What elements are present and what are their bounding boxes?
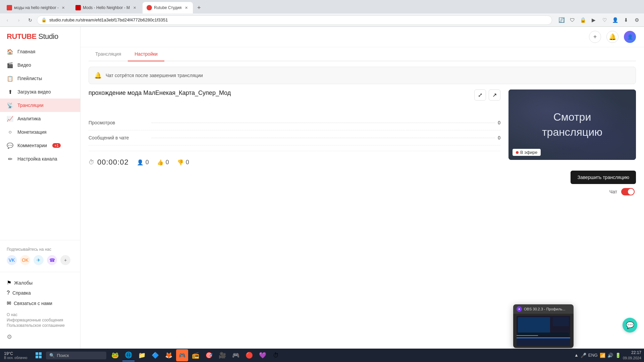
- obs-popup[interactable]: ● OBS 30.2.3 - Профиль...: [513, 304, 574, 348]
- viewers-icon: 👤: [137, 159, 144, 166]
- extension-btn-8[interactable]: ⚙: [632, 15, 641, 25]
- stream-tab-1[interactable]: Трансляция: [89, 47, 128, 61]
- external-link-button[interactable]: ↗: [489, 89, 500, 101]
- social-add[interactable]: +: [60, 255, 70, 265]
- timer-icon: ⏱: [89, 159, 95, 166]
- sidebar-item-playlists[interactable]: 📋 Плейлисты: [0, 72, 80, 85]
- info-messages-link[interactable]: Информационные сообщения: [7, 318, 73, 322]
- help-link[interactable]: ? Справка: [7, 288, 73, 298]
- sidebar-item-upload[interactable]: ⬆ Загрузка видео: [0, 85, 80, 99]
- extension-btn-3[interactable]: 🔒: [578, 15, 588, 25]
- extension-btn-2[interactable]: 🛡: [568, 15, 577, 25]
- lang-indicator[interactable]: ENG: [588, 353, 598, 358]
- sidebar-item-monetize[interactable]: ○ Монетизация: [0, 125, 80, 139]
- extension-btn-5[interactable]: ♡: [600, 15, 609, 25]
- weather-widget[interactable]: 19°C В осн. облачно: [0, 351, 31, 360]
- notifications-button[interactable]: 🔔: [606, 31, 619, 43]
- user-avatar[interactable]: 👤: [624, 31, 636, 43]
- social-vk[interactable]: VK: [7, 255, 17, 265]
- taskbar-app-firefox[interactable]: 🦊: [163, 349, 175, 361]
- obs-title: OBS 30.2.3 - Профиль...: [524, 307, 570, 311]
- end-stream-button[interactable]: Завершить трансляцию: [571, 171, 636, 184]
- dislikes-stat: 👎 0: [177, 159, 189, 166]
- search-text: Поиск: [57, 353, 69, 358]
- chat-section: Чат: [508, 188, 636, 195]
- add-content-button[interactable]: +: [589, 31, 601, 43]
- social-viber[interactable]: ☎: [47, 255, 57, 265]
- stream-tab-2[interactable]: Настройки: [128, 47, 164, 61]
- taskbar-app-zello[interactable]: 📻: [190, 349, 202, 361]
- contact-link[interactable]: ✉ Связаться с нами: [7, 298, 73, 308]
- taskbar-app-obs[interactable]: 🎥: [216, 349, 228, 361]
- complaints-link[interactable]: ⚑ Жалобы: [7, 278, 73, 288]
- tab2-close[interactable]: ✕: [132, 5, 137, 10]
- svg-rect-3: [39, 356, 42, 358]
- support-bubble[interactable]: 💬: [623, 318, 637, 333]
- sidebar-item-home[interactable]: 🏠 Главная: [0, 45, 80, 58]
- taskbar-app-steam[interactable]: 🎮: [230, 349, 242, 361]
- battery-icon[interactable]: 🔋: [615, 353, 621, 358]
- browser-tab-2[interactable]: Mods - Hello Neighbor - M ✕: [71, 2, 141, 13]
- taskbar-app-rutube[interactable]: 🔴: [243, 349, 255, 361]
- sidebar-item-video[interactable]: 🎬 Видео: [0, 58, 80, 72]
- address-bar[interactable]: 🔒 studio.rutube.ru/stream/efd1a3ebf17bd2…: [37, 15, 552, 25]
- obs-bottom-bar: [517, 338, 570, 346]
- sidebar-item-streams[interactable]: 📡 Трансляции: [0, 99, 80, 112]
- taskbar-search[interactable]: 🔍 Поиск: [46, 352, 106, 359]
- share-button[interactable]: ⤢: [474, 89, 486, 101]
- taskbar-app-app3[interactable]: 🎯: [203, 349, 215, 361]
- tab1-close[interactable]: ✕: [61, 5, 66, 10]
- sidebar-label-video: Видео: [17, 62, 31, 68]
- help-label: Справка: [12, 290, 31, 296]
- gear-icon[interactable]: ⚙: [7, 334, 12, 340]
- back-button[interactable]: ‹: [3, 15, 12, 25]
- extension-btn-7[interactable]: ⬇: [621, 15, 631, 25]
- analytics-icon: 📈: [7, 115, 13, 122]
- sidebar-item-channel-settings[interactable]: ✏ Настройка канала: [0, 152, 80, 166]
- taskbar-app-game[interactable]: 🐸: [109, 349, 121, 361]
- taskbar-app-discord[interactable]: 💜: [257, 349, 269, 361]
- forward-button[interactable]: ›: [14, 15, 23, 25]
- social-telegram[interactable]: ✈: [34, 255, 44, 265]
- extension-btn-1[interactable]: 🔄: [557, 15, 566, 25]
- stream-main: прохождение мода МалЕнекая_Карта_Супер_М…: [89, 89, 636, 195]
- tab3-close[interactable]: ✕: [183, 5, 189, 10]
- browser-tab-3[interactable]: Rutube Студия ✕: [143, 2, 193, 13]
- about-link[interactable]: О нас: [7, 312, 73, 317]
- browser-actions: 🔄 🛡 🔒 ▶ ♡ 👤 ⬇ ⚙: [557, 15, 641, 25]
- new-tab-button[interactable]: +: [194, 3, 204, 12]
- search-icon: 🔍: [49, 353, 55, 358]
- taskbar-app-edge[interactable]: 🔷: [149, 349, 161, 361]
- stream-content: Трансляция Настройки 🔔 Чат сотрётся посл…: [80, 47, 644, 203]
- taskbar-app-files[interactable]: 📁: [136, 349, 148, 361]
- clock-widget[interactable]: 22:17 09.09.2024: [623, 350, 641, 360]
- tray-up-arrow[interactable]: ▲: [574, 353, 579, 358]
- start-button[interactable]: [31, 349, 46, 362]
- tos-link[interactable]: Пользовательское соглашение: [7, 323, 73, 328]
- alert-bell-icon: 🔔: [94, 72, 102, 79]
- site-header: + 🔔 👤: [80, 27, 644, 47]
- taskbar-app-game2[interactable]: 🎮: [176, 349, 188, 361]
- chat-toggle[interactable]: [621, 188, 635, 195]
- extension-btn-6[interactable]: 👤: [610, 15, 620, 25]
- sidebar-item-analytics[interactable]: 📈 Аналитика: [0, 112, 80, 125]
- taskbar-app-browser[interactable]: 🌐: [122, 349, 135, 361]
- sidebar-item-comments[interactable]: 💬 Комментарии +1: [0, 139, 80, 152]
- sidebar-label-channel-settings: Настройка канала: [17, 156, 57, 162]
- taskbar-app-clock[interactable]: ⏱: [270, 349, 282, 361]
- views-label: Просмотров: [89, 120, 149, 125]
- preview-text-container: Смотри трансляцию: [542, 110, 602, 140]
- live-badge: В эфире: [513, 149, 541, 156]
- wifi-icon[interactable]: 📶: [600, 353, 605, 358]
- mic-icon[interactable]: 🎤: [581, 353, 586, 358]
- sidebar-divider-2: [0, 272, 80, 272]
- streams-icon: 📡: [7, 102, 13, 109]
- weather-label: В осн. облачно: [4, 356, 27, 360]
- social-ok[interactable]: OK: [20, 255, 30, 265]
- reload-button[interactable]: ↻: [25, 15, 35, 25]
- windows-icon: [36, 352, 42, 358]
- volume-icon[interactable]: 🔊: [607, 353, 613, 358]
- contact-label: Связаться с нами: [14, 301, 52, 306]
- browser-tab-1[interactable]: моды на hello neighbor - ✕: [3, 2, 70, 13]
- extension-btn-4[interactable]: ▶: [589, 15, 598, 25]
